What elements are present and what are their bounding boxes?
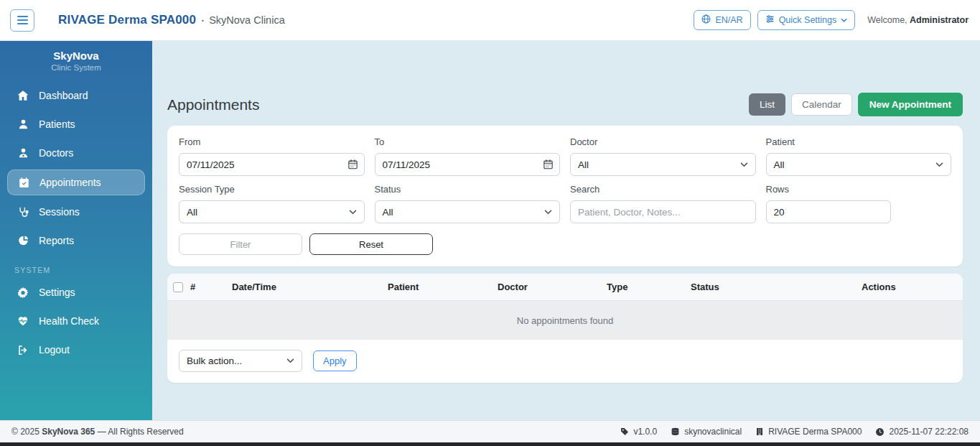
footer: © 2025 SkyNova 365 — All Rights Reserved… [0, 420, 980, 442]
filter-doctor: Doctor All [570, 136, 756, 176]
filters-panel: From To Doctor All [167, 126, 963, 266]
sliders-icon [765, 14, 775, 26]
reset-button[interactable]: Reset [309, 233, 433, 255]
filter-button[interactable]: Filter [179, 233, 302, 255]
home-icon [17, 90, 29, 101]
heart-pulse-icon [17, 316, 29, 327]
column-header-patient: Patient [388, 282, 498, 292]
sidebar-item-reports[interactable]: Reports [7, 228, 145, 253]
chevron-down-icon [935, 162, 943, 167]
patient-icon [17, 119, 29, 130]
clock-icon [875, 427, 885, 437]
new-appointment-button[interactable]: New Appointment [858, 93, 963, 116]
quick-settings-label: Quick Settings [779, 15, 837, 25]
sidebar-logo-subtitle: Clinic System [0, 63, 152, 72]
sidebar-item-sessions[interactable]: Sessions [7, 200, 145, 224]
rows-input[interactable] [766, 200, 891, 223]
sidebar-item-label: Settings [39, 287, 75, 298]
column-header-actions: Actions [862, 282, 957, 292]
timestamp-item: 2025-11-07 22:22:08 [875, 427, 969, 437]
chevron-down-icon [544, 210, 552, 215]
to-date-input[interactable] [375, 153, 561, 176]
quick-settings-button[interactable]: Quick Settings [757, 10, 856, 30]
logout-icon [17, 345, 29, 356]
bulk-action-value: Bulk action... [187, 356, 242, 366]
version-label: v1.0.0 [633, 427, 657, 437]
sidebar-item-patients[interactable]: Patients [7, 112, 145, 136]
copyright-suffix: — All Rights Reserved [98, 427, 184, 437]
bulk-action-bar: Bulk action... Apply [167, 340, 963, 383]
patient-select[interactable]: All [766, 153, 952, 176]
sidebar-item-dashboard[interactable]: Dashboard [7, 83, 145, 108]
sidebar-item-label: Doctors [39, 147, 73, 159]
sidebar-item-label: Health Check [39, 315, 99, 327]
chevron-down-icon [349, 210, 357, 215]
status-select-value: All [383, 207, 393, 218]
chevron-down-icon [740, 162, 748, 167]
chevron-down-icon [286, 358, 294, 363]
sidebar-item-logout[interactable]: Logout [7, 338, 145, 362]
column-header-datetime: Date/Time [232, 282, 388, 292]
welcome-text: Welcome, Administrator [867, 15, 969, 25]
column-header-index: # [190, 282, 232, 292]
list-view-button[interactable]: List [749, 93, 785, 116]
table-header-row: # Date/Time Patient Doctor Type Status A… [167, 274, 963, 301]
doctor-select[interactable]: All [570, 153, 756, 176]
column-header-status: Status [691, 282, 862, 292]
filter-status: Status All [375, 184, 561, 223]
pie-chart-icon [17, 235, 29, 246]
calendar-view-button[interactable]: Calendar [791, 93, 852, 116]
language-toggle-button[interactable]: EN/AR [694, 10, 750, 30]
welcome-username: Administrator [910, 15, 969, 25]
calendar-check-icon [17, 177, 30, 188]
sidebar-toggle-button[interactable] [10, 9, 34, 32]
apply-button[interactable]: Apply [313, 350, 357, 371]
sidebar-item-label: Dashboard [39, 90, 88, 101]
main-content: Appointments List Calendar New Appointme… [152, 41, 980, 420]
database-icon [671, 427, 680, 437]
sidebar-item-doctors[interactable]: Doctors [7, 141, 145, 165]
copyright-text: © 2025 SkyNova 365 — All Rights Reserved [11, 427, 184, 437]
doctor-select-value: All [578, 159, 589, 170]
rows-label: Rows [766, 184, 952, 195]
sidebar-item-label: Appointments [39, 177, 101, 188]
sidebar-item-label: Reports [39, 235, 74, 246]
search-label: Search [570, 184, 756, 195]
session-type-label: Session Type [179, 184, 365, 195]
sidebar-item-health-check[interactable]: Health Check [7, 309, 145, 333]
filter-search: Search [570, 184, 756, 223]
bottom-edge-bar [0, 442, 980, 446]
sidebar-item-settings[interactable]: Settings [7, 280, 145, 305]
filter-session-type: Session Type All [179, 184, 365, 223]
caret-down-icon [841, 15, 847, 25]
database-item: skynovaclinical [671, 427, 742, 437]
building-icon [755, 427, 764, 436]
tag-icon [620, 427, 629, 436]
sidebar-item-appointments[interactable]: Appointments [7, 169, 145, 195]
sidebar-item-label: Patients [39, 119, 75, 130]
stethoscope-icon [17, 206, 29, 218]
filter-to: To [375, 136, 561, 176]
sidebar-logo: SkyNova Clinic System [0, 41, 152, 79]
bulk-action-select[interactable]: Bulk action... [179, 350, 302, 372]
column-header-type: Type [607, 282, 691, 292]
page-title: Appointments [167, 96, 259, 113]
session-type-select-value: All [187, 207, 197, 218]
empty-state-message: No appointments found [167, 301, 963, 340]
select-all-checkbox[interactable] [173, 282, 183, 292]
session-type-select[interactable]: All [179, 200, 365, 223]
clinic-name: SkyNova Clinica [209, 14, 285, 26]
sidebar-item-label: Logout [39, 344, 70, 356]
patient-label: Patient [766, 136, 952, 147]
database-label: skynovaclinical [684, 427, 742, 437]
status-select[interactable]: All [375, 200, 561, 223]
version-item: v1.0.0 [620, 427, 657, 437]
copyright-brand: SkyNova 365 [42, 427, 95, 437]
filter-from: From [179, 136, 365, 176]
brand-separator: · [201, 14, 205, 27]
from-date-input[interactable] [179, 153, 365, 176]
from-label: From [179, 136, 365, 147]
sidebar: SkyNova Clinic System Dashboard Patients… [0, 41, 152, 420]
search-input[interactable] [570, 200, 756, 223]
brand-title: RIVAGE Derma SPA000 [58, 13, 196, 27]
